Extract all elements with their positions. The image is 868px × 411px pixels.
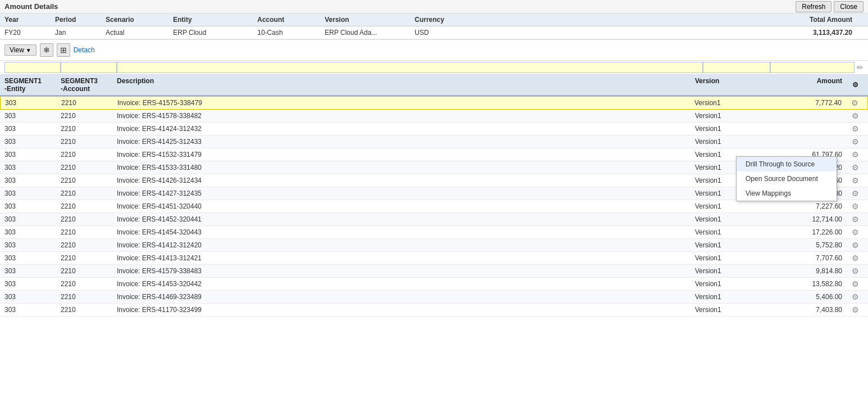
- filter-row: ✏: [0, 61, 868, 75]
- cell-amount: 12,714.00: [762, 215, 847, 223]
- row-gear-icon[interactable]: ⚙: [847, 215, 864, 224]
- row-gear-icon[interactable]: ⚙: [847, 241, 864, 250]
- header-version: Version: [695, 77, 762, 93]
- cell-amount: 13,582.80: [762, 280, 847, 288]
- view-label: View: [10, 46, 24, 54]
- cell-seg1: 303: [4, 267, 61, 275]
- header-gear-icon[interactable]: ⚙: [847, 77, 864, 93]
- col-account: Account: [257, 16, 325, 24]
- cell-desc: Invoice: ERS-41452-320441: [117, 215, 695, 223]
- cell-desc: Invoice: ERS-41451-320440: [117, 202, 695, 210]
- cell-seg3: 2210: [61, 280, 117, 288]
- refresh-button[interactable]: Refresh: [796, 1, 831, 12]
- cell-version: Version1: [694, 99, 762, 107]
- cell-seg3: 2210: [61, 138, 117, 146]
- row-gear-icon[interactable]: ⚙: [847, 111, 864, 120]
- detach-button[interactable]: Detach: [74, 46, 95, 54]
- page-title: Amount Details: [4, 2, 58, 11]
- row-gear-icon[interactable]: ⚙: [847, 267, 864, 275]
- cell-version: Version1: [695, 138, 762, 146]
- close-button[interactable]: Close: [834, 1, 864, 12]
- view-button[interactable]: View ▼: [4, 44, 37, 56]
- val-entity: ERP Cloud: [173, 29, 257, 37]
- cell-desc: Invoice: ERS-41424-312432: [117, 125, 695, 133]
- row-gear-icon[interactable]: ⚙: [847, 254, 864, 263]
- cell-desc: Invoice: ERS-41412-312420: [117, 241, 695, 249]
- table-row: 303 2210 Invoice: ERS-41451-320440 Versi…: [0, 200, 868, 213]
- context-menu-item-drill[interactable]: Drill Through to Source: [737, 157, 837, 171]
- table-row: 303 2210 Invoice: ERS-41412-312420 Versi…: [0, 239, 868, 252]
- cell-amount: 17,226.00: [762, 228, 847, 236]
- seg1-filter[interactable]: [4, 62, 61, 73]
- row-gear-icon[interactable]: ⚙: [847, 228, 864, 237]
- cell-seg1: 303: [4, 293, 61, 301]
- cell-amount: 9,814.80: [762, 267, 847, 275]
- cell-desc: Invoice: ERS-41469-323489: [117, 293, 695, 301]
- top-bar: Amount Details Refresh Close: [0, 0, 868, 13]
- table-header: SEGMENT1 -Entity SEGMENT3 -Account Descr…: [0, 75, 868, 96]
- row-gear-icon[interactable]: ⚙: [847, 305, 864, 314]
- row-gear-icon[interactable]: ⚙: [847, 176, 864, 185]
- top-bar-buttons: Refresh Close: [796, 1, 864, 12]
- cell-seg1: 303: [4, 306, 61, 314]
- cell-desc: Invoice: ERS-41426-312434: [117, 177, 695, 184]
- summary-data-row: FY20 Jan Actual ERP Cloud 10-Cash ERP Cl…: [0, 26, 868, 39]
- table-row: 303 2210 Invoice: ERS-41469-323489 Versi…: [0, 291, 868, 304]
- seg3-filter[interactable]: [61, 62, 117, 73]
- val-total-amount: 3,113,437.20: [482, 29, 864, 37]
- cell-seg3: 2210: [61, 267, 117, 275]
- header-seg1: SEGMENT1 -Entity: [4, 77, 61, 93]
- cell-seg3: 2210: [61, 125, 117, 133]
- cell-seg1: 303: [5, 99, 61, 107]
- row-gear-icon[interactable]: ⚙: [847, 202, 864, 211]
- detach-icon-button[interactable]: ⊞: [57, 43, 70, 57]
- table-row: 303 2210 Invoice: ERS-41575-338479 Versi…: [0, 96, 868, 110]
- table-row: 303 2210 Invoice: ERS-41453-320442 Versi…: [0, 278, 868, 291]
- cell-seg1: 303: [4, 241, 61, 249]
- freeze-icon: ❄: [43, 46, 50, 55]
- filter-pencil-icon[interactable]: ✏: [855, 62, 864, 73]
- col-scenario: Scenario: [106, 16, 173, 24]
- val-scenario: Actual: [106, 29, 173, 37]
- row-gear-icon[interactable]: ⚙: [846, 98, 863, 107]
- col-version: Version: [325, 16, 415, 24]
- version-filter[interactable]: [703, 62, 770, 73]
- freeze-columns-button[interactable]: ❄: [40, 43, 53, 57]
- row-gear-icon[interactable]: ⚙: [847, 124, 864, 133]
- cell-seg3: 2210: [61, 164, 117, 171]
- table-row: 303 2210 Invoice: ERS-41454-320443 Versi…: [0, 226, 868, 239]
- table-row: 303 2210 Invoice: ERS-41413-312421 Versi…: [0, 252, 868, 265]
- cell-seg1: 303: [4, 228, 61, 236]
- header-seg3: SEGMENT3 -Account: [61, 77, 117, 93]
- cell-seg1: 303: [4, 189, 61, 197]
- cell-amount: 5,752.80: [762, 241, 847, 249]
- cell-seg3: 2210: [61, 228, 117, 236]
- context-menu-item-open-source[interactable]: Open Source Document: [737, 171, 837, 186]
- cell-version: Version1: [695, 306, 762, 314]
- row-gear-icon[interactable]: ⚙: [847, 279, 864, 288]
- row-gear-icon[interactable]: ⚙: [847, 137, 864, 146]
- row-gear-icon[interactable]: ⚙: [847, 163, 864, 172]
- col-total-amount: Total Amount: [482, 16, 864, 24]
- row-gear-icon[interactable]: ⚙: [847, 150, 864, 159]
- row-gear-icon[interactable]: ⚙: [847, 189, 864, 198]
- cell-version: Version1: [695, 125, 762, 133]
- val-year: FY20: [4, 29, 55, 37]
- context-menu-item-view-mappings[interactable]: View Mappings: [737, 186, 837, 201]
- desc-filter[interactable]: [117, 62, 703, 73]
- cell-amount: 7,403.80: [762, 306, 847, 314]
- table-row: 303 2210 Invoice: ERS-41579-338483 Versi…: [0, 265, 868, 278]
- cell-seg3: 2210: [61, 306, 117, 314]
- col-entity: Entity: [173, 16, 257, 24]
- cell-version: Version1: [695, 254, 762, 262]
- cell-amount: 7,707.60: [762, 254, 847, 262]
- val-period: Jan: [55, 29, 106, 37]
- cell-seg3: 2210: [61, 189, 117, 197]
- cell-seg1: 303: [4, 151, 61, 159]
- row-gear-icon[interactable]: ⚙: [847, 292, 864, 301]
- dropdown-arrow-icon: ▼: [26, 47, 31, 53]
- header-amount: Amount: [762, 77, 847, 93]
- cell-seg3: 2210: [61, 293, 117, 301]
- amount-filter[interactable]: [770, 62, 855, 73]
- cell-seg3: 2210: [61, 112, 117, 120]
